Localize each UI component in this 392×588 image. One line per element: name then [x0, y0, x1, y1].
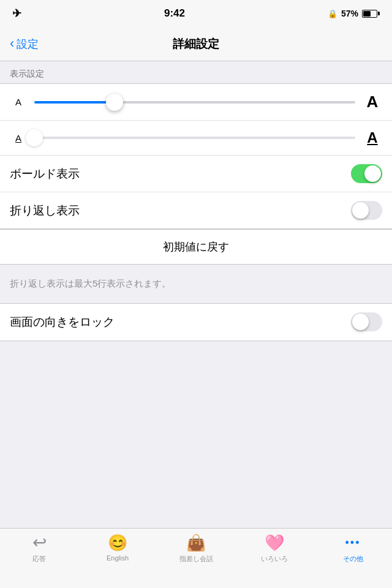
more-icon: •••: [344, 533, 362, 552]
tab-item-various[interactable]: 🩷 いろいろ: [235, 533, 314, 564]
screen-lock-group: 画面の向きをロック: [0, 303, 392, 341]
screen-lock-row: 画面の向きをロック: [0, 304, 392, 341]
bold-label: ボールド表示: [10, 166, 80, 182]
display-settings-label: 表示設定: [0, 61, 392, 83]
brightness-slider[interactable]: [34, 137, 355, 139]
tab-item-more[interactable]: ••• その他: [314, 533, 392, 564]
bold-toggle-knob: [364, 165, 381, 182]
tab-item-conversation[interactable]: 👜 指差し会話: [157, 533, 235, 564]
font-underline-small-label: A: [10, 133, 27, 143]
back-button[interactable]: ‹ 設定: [10, 37, 39, 51]
tab-various-label: いろいろ: [261, 554, 288, 564]
font-size-slider-row: A A: [0, 84, 392, 121]
screen-lock-label: 画面の向きをロック: [10, 314, 115, 330]
status-left: ✈: [12, 7, 21, 20]
font-size-slider[interactable]: [34, 101, 355, 104]
bold-toggle-row: ボールド表示: [0, 156, 392, 192]
nav-bar: ‹ 設定 詳細設定: [0, 27, 392, 61]
response-icon: ↩: [30, 533, 48, 552]
font-large-label: A: [363, 92, 382, 111]
chevron-left-icon: ‹: [10, 37, 14, 50]
tab-response-label: 応答: [32, 554, 46, 564]
tab-bar: ↩ 応答 😊 English 👜 指差し会話 🩷 いろいろ ••• その他: [0, 528, 392, 588]
tab-conversation-label: 指差し会話: [179, 554, 213, 564]
screen-lock-toggle-knob: [352, 314, 369, 330]
back-label: 設定: [17, 37, 39, 51]
tab-item-english[interactable]: 😊 English: [78, 533, 157, 562]
status-right: 🔒 57%: [328, 9, 380, 18]
conversation-icon: 👜: [187, 533, 205, 552]
wrap-label: 折り返し表示: [10, 203, 80, 219]
tab-item-response[interactable]: ↩ 応答: [0, 533, 78, 564]
brightness-slider-row: A A: [0, 121, 392, 156]
battery-percent: 57%: [341, 9, 358, 18]
wrap-toggle-row: 折り返し表示: [0, 192, 392, 228]
wrap-toggle-knob: [352, 202, 369, 219]
info-area: 折り返し表示は最大5行表示されます。: [0, 265, 392, 303]
bold-toggle[interactable]: [351, 164, 382, 183]
lock-icon: 🔒: [328, 9, 337, 18]
reset-label: 初期値に戻す: [163, 241, 229, 253]
main-content: 表示設定 A A A A ボールド表示: [0, 61, 392, 528]
tab-english-label: English: [107, 554, 129, 562]
wrap-toggle[interactable]: [351, 201, 382, 220]
airplane-icon: ✈: [12, 7, 21, 20]
reset-button[interactable]: 初期値に戻す: [0, 229, 392, 265]
font-small-label: A: [10, 97, 27, 107]
english-icon: 😊: [108, 533, 127, 552]
various-icon: 🩷: [265, 533, 284, 552]
battery-icon: [362, 10, 380, 18]
page-title: 詳細設定: [173, 36, 219, 52]
font-underline-large-label: A: [363, 129, 382, 146]
screen-lock-toggle[interactable]: [351, 312, 382, 331]
info-text: 折り返し表示は最大5行表示されます。: [10, 278, 171, 288]
display-settings-group: A A A A ボールド表示 折り返し表示: [0, 83, 392, 229]
status-time: 9:42: [164, 7, 185, 20]
tab-more-label: その他: [343, 554, 363, 564]
status-bar: ✈ 9:42 🔒 57%: [0, 0, 392, 27]
